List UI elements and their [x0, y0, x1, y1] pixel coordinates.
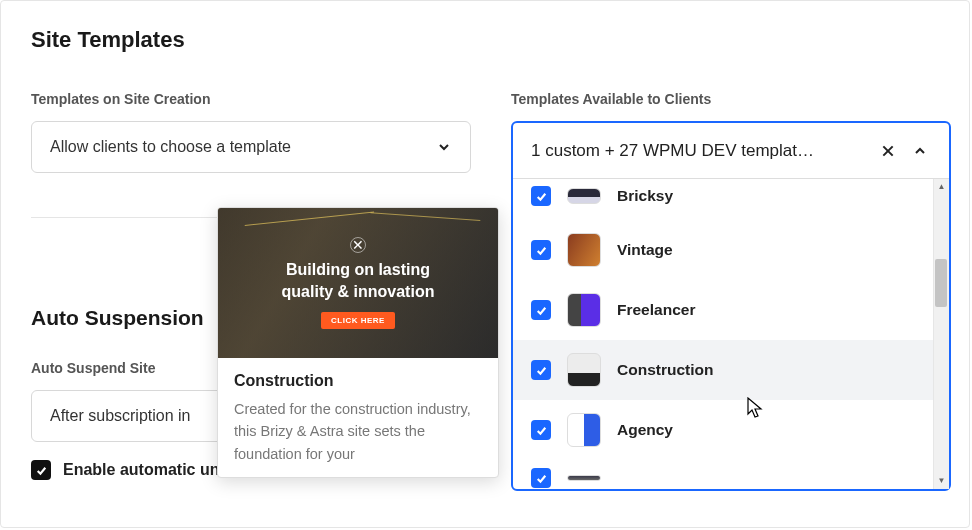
right-column: Templates Available to Clients 1 custom … — [511, 91, 951, 491]
checkbox-checked-icon[interactable] — [531, 420, 551, 440]
tooltip-hero-headline: Building on lasting quality & innovation — [263, 259, 453, 302]
tooltip-body: Construction Created for the constructio… — [218, 358, 498, 477]
templates-dropdown-list[interactable]: BricksyVintageFreelancerConstructionAgen… — [513, 179, 949, 489]
checkbox-checked-icon[interactable] — [531, 186, 551, 206]
chevron-down-icon — [436, 139, 452, 155]
template-name: Bricksy — [617, 187, 673, 205]
multiselect-summary: 1 custom + 27 WPMU DEV templat… — [531, 141, 867, 161]
template-option[interactable]: Freelancer — [513, 280, 949, 340]
checkbox-checked-icon[interactable] — [531, 468, 551, 488]
template-option[interactable]: Bricksy — [513, 179, 949, 220]
template-thumbnail — [567, 475, 601, 481]
template-name: Construction — [617, 361, 713, 379]
template-thumbnail — [567, 188, 601, 204]
template-name: Freelancer — [617, 301, 695, 319]
chevron-up-icon[interactable] — [909, 140, 931, 162]
scroll-up-arrow-icon[interactable]: ▲ — [938, 181, 946, 193]
checkbox-checked-icon[interactable] — [531, 240, 551, 260]
template-option[interactable]: Construction — [513, 340, 949, 400]
checkbox-checked-icon[interactable] — [531, 360, 551, 380]
template-option[interactable]: Agency — [513, 400, 949, 460]
scroll-down-arrow-icon[interactable]: ▼ — [938, 475, 946, 487]
settings-panel: Site Templates Templates on Site Creatio… — [0, 0, 970, 528]
template-thumbnail — [567, 353, 601, 387]
scrollbar-thumb[interactable] — [935, 259, 947, 307]
creation-label: Templates on Site Creation — [31, 91, 471, 107]
template-thumbnail — [567, 293, 601, 327]
creation-select[interactable]: Allow clients to choose a template — [31, 121, 471, 173]
checkbox-checked-icon[interactable] — [31, 460, 51, 480]
template-name: Vintage — [617, 241, 673, 259]
page-title: Site Templates — [31, 27, 939, 53]
tooltip-title: Construction — [234, 372, 482, 390]
scrollbar-track[interactable]: ▲ ▼ — [933, 179, 949, 489]
tooltip-hero-cta: CLICK HERE — [321, 312, 395, 329]
template-thumbnail — [567, 233, 601, 267]
available-label: Templates Available to Clients — [511, 91, 951, 107]
template-option[interactable] — [513, 460, 949, 488]
template-option[interactable]: Vintage — [513, 220, 949, 280]
checkbox-checked-icon[interactable] — [531, 300, 551, 320]
tooltip-hero: ✕ Building on lasting quality & innovati… — [218, 208, 498, 358]
templates-multiselect[interactable]: 1 custom + 27 WPMU DEV templat… BricksyV… — [511, 121, 951, 491]
multiselect-header[interactable]: 1 custom + 27 WPMU DEV templat… — [513, 123, 949, 179]
clear-icon[interactable] — [877, 140, 899, 162]
template-thumbnail — [567, 413, 601, 447]
creation-select-value: Allow clients to choose a template — [50, 138, 291, 156]
auto-suspend-value: After subscription in — [50, 407, 191, 425]
tooltip-description: Created for the construction industry, t… — [234, 398, 482, 465]
template-preview-tooltip: ✕ Building on lasting quality & innovati… — [217, 207, 499, 478]
template-name: Agency — [617, 421, 673, 439]
